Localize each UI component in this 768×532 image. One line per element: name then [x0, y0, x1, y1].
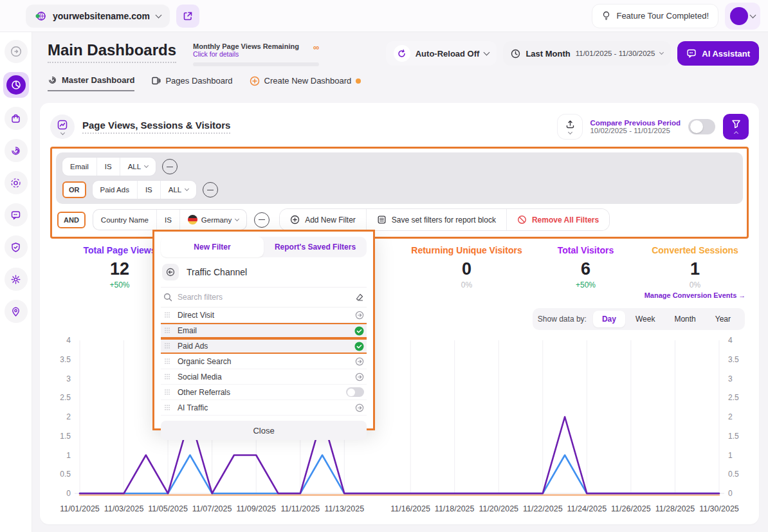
- compare-range: 10/02/2025 - 11/01/2025: [590, 127, 681, 134]
- auto-reload-dropdown[interactable]: Auto-Reload Off: [386, 41, 497, 66]
- drag-handle-icon[interactable]: [163, 373, 171, 381]
- drag-handle-icon[interactable]: [163, 358, 171, 365]
- metric-delta: 0%: [394, 280, 539, 289]
- channel-row[interactable]: Direct Visit: [161, 307, 367, 323]
- tab-create-dashboard[interactable]: Create New Dashboard: [250, 76, 361, 91]
- drag-handle-icon[interactable]: [163, 311, 171, 319]
- channel-row[interactable]: Paid Ads: [161, 338, 367, 354]
- remove-filter-button[interactable]: [254, 212, 270, 228]
- sidebar-item-settings[interactable]: [5, 268, 28, 291]
- remove-filter-button[interactable]: [162, 159, 178, 174]
- topbar-right: Feature Tour Completed!: [592, 3, 760, 30]
- export-button[interactable]: [558, 115, 582, 139]
- filter-field[interactable]: Paid Ads: [93, 181, 138, 199]
- arrow-circle-right-icon[interactable]: [355, 372, 364, 381]
- sidebar-item-ecommerce[interactable]: [5, 107, 28, 130]
- drag-handle-icon[interactable]: [163, 389, 171, 396]
- channel-row[interactable]: AI Traffic: [161, 400, 367, 416]
- channel-list: Direct VisitEmailPaid AdsOrganic SearchS…: [161, 307, 367, 416]
- arrow-circle-right-icon[interactable]: [355, 311, 364, 320]
- report-card-header: Page Views, Sessions & Visitors Compare …: [50, 111, 749, 143]
- website-selector[interactable]: yourwebsitename.com: [26, 5, 170, 28]
- check-circle-icon[interactable]: [354, 326, 364, 336]
- eraser-icon[interactable]: [355, 293, 364, 302]
- remove-all-filters-button[interactable]: Remove All Filters: [507, 209, 609, 230]
- sidebar-item-sessions[interactable]: [5, 139, 28, 162]
- conjunction-chip[interactable]: OR: [62, 181, 86, 198]
- metric-total-visitors[interactable]: Total Visitors 6 +50%: [533, 245, 639, 289]
- save-filters-button[interactable]: Save set filters for report block: [367, 209, 507, 230]
- sidebar-item-privacy[interactable]: [5, 235, 28, 259]
- tab-pages-label: Pages Dashboard: [165, 76, 232, 86]
- channel-label: Organic Search: [178, 357, 349, 366]
- arrow-circle-right-icon[interactable]: [355, 357, 364, 366]
- compare-toggle[interactable]: [688, 119, 715, 134]
- channel-row[interactable]: Organic Search: [161, 354, 367, 369]
- tab-saved-filters[interactable]: Report's Saved Filters: [264, 237, 367, 257]
- metric-returning-unique-visitors[interactable]: Returning Unique Visitors 0 0%: [394, 245, 539, 289]
- channel-label: Email: [178, 326, 348, 335]
- period-label: Last Month: [526, 49, 570, 59]
- remove-filter-button[interactable]: [203, 182, 218, 197]
- filter-row-2: OR Paid Ads IS ALL: [62, 181, 736, 199]
- channel-row[interactable]: Other Referrals: [161, 385, 367, 400]
- granularity-month[interactable]: Month: [665, 311, 704, 327]
- svg-text:3.5: 3.5: [728, 355, 739, 364]
- quota-details-link[interactable]: Click for details: [193, 50, 299, 58]
- filter-value-dropdown[interactable]: Germany: [180, 210, 246, 230]
- channel-toggle[interactable]: [346, 387, 364, 397]
- granularity-week[interactable]: Week: [626, 311, 664, 327]
- filter-operator[interactable]: IS: [157, 210, 180, 230]
- filter-operator[interactable]: IS: [138, 181, 161, 199]
- arrow-circle-right-icon[interactable]: [355, 403, 364, 412]
- topbar: yourwebsitename.com Feature Tour Complet…: [0, 0, 768, 32]
- report-title: Page Views, Sessions & Visitors: [82, 120, 230, 134]
- sidebar-item-dashboards[interactable]: [3, 72, 29, 98]
- sidebar-item-recordings[interactable]: [5, 171, 28, 194]
- svg-text:11/20/2025: 11/20/2025: [479, 504, 518, 513]
- channel-row[interactable]: Social Media: [161, 369, 367, 385]
- svg-text:11/03/2025: 11/03/2025: [104, 504, 144, 513]
- collapse-sidebar-button[interactable]: [5, 40, 28, 63]
- topbar-left: yourwebsitename.com: [26, 5, 199, 28]
- tab-pages-dashboard[interactable]: Pages Dashboard: [151, 76, 232, 91]
- sidebar-item-feedback[interactable]: [5, 203, 28, 226]
- check-circle-icon[interactable]: [354, 342, 364, 351]
- tab-master-dashboard[interactable]: Master Dashboard: [48, 75, 134, 91]
- granularity-year[interactable]: Year: [706, 311, 740, 327]
- date-range-dropdown[interactable]: Last Month 11/01/2025 - 11/30/2025: [503, 41, 671, 66]
- add-new-filter-button[interactable]: Add New Filter: [280, 209, 367, 230]
- filter-panel-button[interactable]: [723, 114, 749, 140]
- metric-converted-sessions[interactable]: Converted Sessions 1 0% Manage Conversio…: [629, 245, 761, 299]
- auto-reload-label: Auto-Reload Off: [416, 49, 480, 59]
- sidebar-item-location[interactable]: [5, 300, 28, 323]
- svg-text:11/26/2025: 11/26/2025: [611, 504, 651, 513]
- filter-operator[interactable]: IS: [97, 158, 120, 176]
- manage-conversion-events-link[interactable]: Manage Conversion Events →: [629, 291, 761, 299]
- filter-category-label: Traffic Channel: [187, 267, 247, 277]
- drag-handle-icon[interactable]: [163, 327, 171, 335]
- account-menu[interactable]: [725, 3, 760, 30]
- conjunction-chip[interactable]: AND: [57, 212, 86, 228]
- report-type-selector[interactable]: [50, 115, 75, 139]
- open-website-button[interactable]: [176, 5, 199, 28]
- back-icon[interactable]: [162, 264, 179, 280]
- search-filters-input[interactable]: [178, 293, 350, 302]
- tab-new-filter[interactable]: New Filter: [161, 237, 264, 257]
- ai-assistant-button[interactable]: AI Assistant: [677, 41, 759, 66]
- drag-handle-icon[interactable]: [163, 404, 171, 412]
- globe-icon: [35, 10, 46, 22]
- close-popup-button[interactable]: Close: [161, 421, 367, 440]
- filter-field[interactable]: Email: [62, 158, 97, 176]
- filter-search-row: [161, 288, 367, 307]
- filter-field[interactable]: Country Name: [93, 210, 157, 230]
- granularity-day[interactable]: Day: [593, 311, 625, 327]
- channel-row[interactable]: Email: [161, 323, 367, 338]
- feature-tour-badge[interactable]: Feature Tour Completed!: [592, 4, 718, 28]
- drag-handle-icon[interactable]: [163, 342, 171, 350]
- filter-value-dropdown[interactable]: ALL: [161, 181, 196, 199]
- website-name: yourwebsitename.com: [53, 11, 150, 21]
- filter-value-dropdown[interactable]: ALL: [120, 158, 156, 176]
- remove-all-filters-label: Remove All Filters: [532, 216, 599, 225]
- metric-label: Returning Unique Visitors: [394, 245, 539, 255]
